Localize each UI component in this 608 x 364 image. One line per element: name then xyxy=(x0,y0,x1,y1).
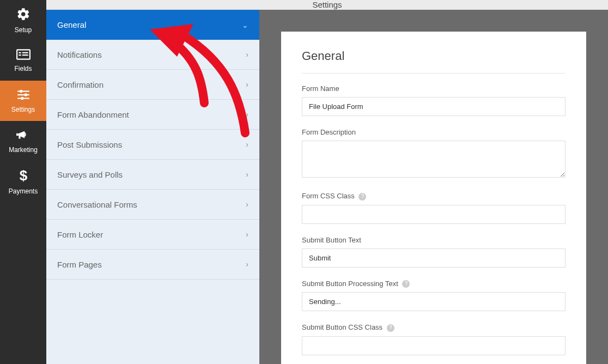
nav-payments-label: Payments xyxy=(9,187,38,195)
chevron-right-icon: › xyxy=(246,50,248,59)
chevron-down-icon: ⌄ xyxy=(242,21,248,29)
submit-button-processing-text-label: Submit Button Processing Text ? xyxy=(302,280,566,288)
nav-payments[interactable]: $ Payments xyxy=(0,161,46,202)
field-form-description: Form Description xyxy=(302,128,566,180)
chevron-right-icon: › xyxy=(246,230,248,239)
chevron-right-icon: › xyxy=(246,200,248,209)
nav-setup-label: Setup xyxy=(15,26,32,34)
header-title: Settings xyxy=(312,0,342,9)
dollar-icon: $ xyxy=(19,168,28,184)
list-icon xyxy=(16,49,31,62)
svg-rect-1 xyxy=(19,52,21,53)
svg-point-8 xyxy=(24,93,27,96)
chevron-right-icon: › xyxy=(246,80,248,89)
settings-item-label: Form Locker xyxy=(57,230,103,239)
form-description-input[interactable] xyxy=(302,141,566,178)
header-bar: Settings xyxy=(46,0,608,10)
app-root: Setup Fields Settings Marketing $ Paymen… xyxy=(0,0,608,364)
help-icon[interactable]: ? xyxy=(402,280,410,288)
svg-rect-4 xyxy=(22,54,28,56)
settings-item-label: Form Abandonment xyxy=(57,110,129,119)
settings-item-confirmation[interactable]: Confirmation › xyxy=(46,70,259,100)
settings-item-label: Confirmation xyxy=(57,80,104,89)
help-icon[interactable]: ? xyxy=(387,324,394,332)
label-text: Submit Button Processing Text xyxy=(302,280,398,288)
form-name-input[interactable] xyxy=(302,97,566,116)
nav-fields-label: Fields xyxy=(14,65,32,72)
settings-item-post-submissions[interactable]: Post Submissions › xyxy=(46,130,259,160)
svg-text:$: $ xyxy=(19,168,27,183)
settings-item-form-locker[interactable]: Form Locker › xyxy=(46,220,259,250)
field-submit-button-processing-text: Submit Button Processing Text ? xyxy=(302,280,566,312)
form-description-label: Form Description xyxy=(302,128,566,136)
help-icon[interactable]: ? xyxy=(358,193,366,201)
settings-item-conversational-forms[interactable]: Conversational Forms › xyxy=(46,190,259,220)
svg-rect-12 xyxy=(19,135,20,139)
form-name-label: Form Name xyxy=(302,84,566,93)
settings-item-label: Notifications xyxy=(57,50,102,59)
sliders-icon xyxy=(16,89,31,102)
svg-rect-3 xyxy=(19,54,21,56)
settings-item-form-abandonment[interactable]: Form Abandonment › xyxy=(46,100,259,130)
left-nav: Setup Fields Settings Marketing $ Paymen… xyxy=(0,0,46,364)
chevron-right-icon: › xyxy=(246,260,248,269)
settings-item-notifications[interactable]: Notifications › xyxy=(46,40,259,70)
submit-button-css-class-label: Submit Button CSS Class ? xyxy=(302,323,566,332)
settings-item-surveys-polls[interactable]: Surveys and Polls › xyxy=(46,160,259,190)
field-form-css-class: Form CSS Class ? xyxy=(302,192,566,224)
nav-settings[interactable]: Settings xyxy=(0,81,46,121)
nav-marketing-label: Marketing xyxy=(9,146,38,154)
submit-button-text-label: Submit Button Text xyxy=(302,236,566,244)
settings-item-label: Form Pages xyxy=(57,260,102,269)
submit-button-processing-text-input[interactable] xyxy=(302,292,566,311)
settings-item-label: General xyxy=(57,20,86,29)
label-text: Form CSS Class xyxy=(302,192,355,200)
field-form-name: Form Name xyxy=(302,84,566,116)
settings-item-general[interactable]: General ⌄ xyxy=(46,10,259,40)
form-panel: General Form Name Form Description Form … xyxy=(259,10,608,364)
field-submit-button-text: Submit Button Text xyxy=(302,236,566,268)
svg-point-6 xyxy=(19,89,22,92)
settings-item-label: Surveys and Polls xyxy=(57,170,123,179)
nav-setup[interactable]: Setup xyxy=(0,0,46,40)
settings-item-form-pages[interactable]: Form Pages › xyxy=(46,250,259,280)
chevron-right-icon: › xyxy=(246,110,248,119)
settings-nav: General ⌄ Notifications › Confirmation ›… xyxy=(46,10,259,364)
chevron-right-icon: › xyxy=(246,140,248,149)
form-card: General Form Name Form Description Form … xyxy=(281,32,586,364)
content-area: Settings General ⌄ Notifications › Confi… xyxy=(46,0,608,364)
panel-heading: General xyxy=(302,49,566,74)
chevron-right-icon: › xyxy=(246,170,248,179)
svg-rect-2 xyxy=(22,52,28,53)
body-area: General ⌄ Notifications › Confirmation ›… xyxy=(46,10,608,364)
settings-item-label: Conversational Forms xyxy=(57,200,137,209)
label-text: Submit Button CSS Class xyxy=(302,323,382,331)
gear-icon xyxy=(16,7,31,23)
settings-item-label: Post Submissions xyxy=(57,140,122,149)
bullhorn-icon xyxy=(16,129,31,143)
form-css-class-label: Form CSS Class ? xyxy=(302,192,566,201)
field-submit-button-css-class: Submit Button CSS Class ? xyxy=(302,323,566,355)
submit-button-text-input[interactable] xyxy=(302,248,566,268)
nav-marketing[interactable]: Marketing xyxy=(0,121,46,161)
svg-rect-11 xyxy=(16,133,18,135)
svg-point-10 xyxy=(21,96,23,99)
nav-fields[interactable]: Fields xyxy=(0,40,46,81)
submit-button-css-class-input[interactable] xyxy=(302,336,566,355)
nav-settings-label: Settings xyxy=(11,106,35,113)
form-css-class-input[interactable] xyxy=(302,205,566,224)
